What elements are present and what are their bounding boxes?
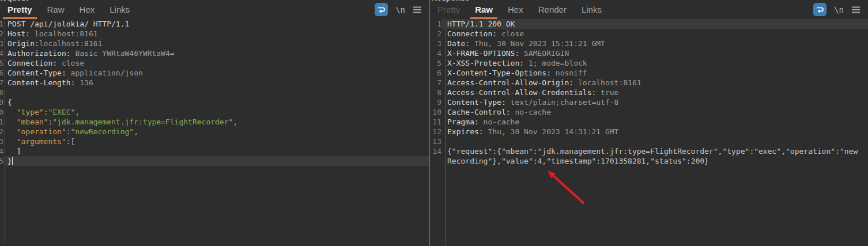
line-number: 7 — [430, 78, 441, 88]
code-line: 2Connection: close — [430, 29, 868, 39]
code-line: 11Pragma: no-cache — [430, 117, 868, 127]
menu-icon[interactable] — [851, 6, 861, 14]
code-line: 1HTTP/1.1 200 OK — [430, 19, 868, 29]
tab-hex[interactable]: Hex — [72, 0, 103, 19]
request-lines: 1POST /api/jolokia/ HTTP/1.12Host: local… — [0, 19, 429, 166]
response-toolbar: \n — [813, 3, 868, 16]
line-number: 2 — [430, 29, 441, 39]
code-line: 15} — [0, 156, 429, 166]
line-text: ] — [3, 146, 429, 156]
panel-divider[interactable] — [429, 0, 430, 246]
line-number: 10 — [430, 107, 441, 117]
menu-icon[interactable] — [413, 6, 422, 14]
code-line: 3Origin:localhost:8161 — [0, 39, 429, 48]
line-text: Cache-Control: no-cache — [441, 107, 868, 117]
tab-label: Pretty — [437, 5, 460, 14]
tab-label: Links — [582, 5, 602, 14]
tab-label: Pretty — [7, 5, 32, 14]
line-text: Content-Length: 136 — [3, 78, 429, 88]
code-line: 14{"request":{"mbean":"jdk.management.jf… — [430, 146, 868, 166]
word-wrap-toggle-icon[interactable] — [813, 3, 827, 16]
tab-raw[interactable]: Raw — [467, 0, 500, 19]
tab-links[interactable]: Links — [574, 0, 609, 19]
line-number: 14 — [430, 146, 441, 166]
code-line: 13 "arguments":[ — [0, 137, 429, 146]
line-number: 3 — [430, 39, 441, 48]
response-tabbar: PrettyRawHexRenderLinks \n — [430, 0, 868, 19]
line-text: {"request":{"mbean":"jdk.management.jfr:… — [441, 146, 860, 166]
code-line: 6X-Content-Type-Options: nosniff — [430, 68, 868, 78]
code-line: 8Access-Control-Allow-Credentials: true — [430, 88, 868, 97]
tab-pretty[interactable]: Pretty — [430, 0, 467, 19]
line-number: 9 — [430, 97, 441, 107]
line-number: 5 — [430, 58, 441, 68]
request-toolbar: \n — [375, 3, 429, 16]
line-text: Pragma: no-cache — [441, 117, 868, 127]
newline-toggle[interactable]: \n — [395, 5, 405, 14]
line-text — [441, 137, 868, 146]
line-text: Content-Type: text/plain;charset=utf-8 — [441, 97, 868, 107]
tab-pretty[interactable]: Pretty — [0, 0, 40, 19]
tab-label: Raw — [475, 5, 493, 14]
line-text: Access-Control-Allow-Credentials: true — [441, 88, 868, 97]
line-text: "type":"EXEC", — [3, 107, 429, 117]
line-text: Authorization: Basic YWRtaW46YWRtaW4= — [3, 48, 429, 58]
response-lines: 1HTTP/1.1 200 OK2Connection: close3Date:… — [430, 19, 868, 166]
tab-label: Links — [110, 5, 130, 14]
code-line: 5X-XSS-Protection: 1; mode=block — [430, 58, 868, 68]
response-panel: Response PrettyRawHexRenderLinks \n — [430, 0, 868, 246]
line-number: 8 — [430, 88, 441, 97]
line-number: 4 — [430, 48, 441, 58]
code-line: 10Cache-Control: no-cache — [430, 107, 868, 117]
code-line: 7Content-Length: 136 — [0, 78, 429, 88]
code-line: 9Content-Type: text/plain;charset=utf-8 — [430, 97, 868, 107]
code-line: 1POST /api/jolokia/ HTTP/1.1 — [0, 19, 429, 29]
code-line: 3Date: Thu, 30 Nov 2023 15:31:21 GMT — [430, 39, 868, 48]
line-text: Connection: close — [441, 29, 868, 39]
tab-label: Render — [538, 5, 567, 14]
word-wrap-toggle-icon[interactable] — [375, 3, 388, 16]
text-cursor — [12, 157, 13, 165]
tab-raw[interactable]: Raw — [40, 0, 72, 19]
line-text: "mbean":"jdk.management.jfr:type=FlightR… — [3, 117, 429, 127]
code-line: 5Connection: close — [0, 58, 429, 68]
code-line: 13 — [430, 137, 868, 146]
request-tabs: PrettyRawHexLinks — [0, 0, 137, 19]
line-text: Connection: close — [3, 58, 429, 68]
line-text: } — [3, 156, 429, 166]
request-panel-title: Request — [0, 0, 28, 2]
response-panel-title: Response — [431, 0, 470, 2]
line-text: Access-Control-Allow-Origin: localhost:8… — [441, 78, 868, 88]
tab-label: Hex — [80, 5, 95, 14]
line-number: 12 — [430, 127, 441, 137]
code-line: 14 ] — [0, 146, 429, 156]
code-line: 12 "operation":"newRecording", — [0, 127, 429, 137]
repeater-view: Request PrettyRawHexLinks \n — [0, 0, 868, 246]
line-number: 1 — [430, 19, 441, 29]
line-number: 13 — [430, 137, 441, 146]
request-tabbar: PrettyRawHexLinks \n — [0, 0, 429, 19]
code-line: 2Host: localhost:8161 — [0, 29, 429, 39]
newline-toggle[interactable]: \n — [834, 5, 844, 14]
code-line: 7Access-Control-Allow-Origin: localhost:… — [430, 78, 868, 88]
request-editor[interactable]: 1POST /api/jolokia/ HTTP/1.12Host: local… — [0, 19, 429, 246]
line-text: "arguments":[ — [3, 137, 429, 146]
tab-links[interactable]: Links — [102, 0, 137, 19]
response-editor[interactable]: 1HTTP/1.1 200 OK2Connection: close3Date:… — [430, 19, 868, 246]
code-line: 6Content-Type: application/json — [0, 68, 429, 78]
code-line: 12Expires: Thu, 30 Nov 2023 14:31:21 GMT — [430, 127, 868, 137]
code-line: 10 "type":"EXEC", — [0, 107, 429, 117]
line-text: { — [3, 97, 429, 107]
line-text: X-Content-Type-Options: nosniff — [441, 68, 868, 78]
code-line: 8 — [0, 88, 429, 97]
line-text: Date: Thu, 30 Nov 2023 15:31:21 GMT — [441, 39, 868, 48]
line-number: 11 — [430, 117, 441, 127]
code-line: 4X-FRAME-OPTIONS: SAMEORIGIN — [430, 48, 868, 58]
tab-label: Raw — [47, 5, 65, 14]
line-text: Content-Type: application/json — [3, 68, 429, 78]
tab-label: Hex — [508, 5, 523, 14]
code-line: 9{ — [0, 97, 429, 107]
code-line: 4Authorization: Basic YWRtaW46YWRtaW4= — [0, 48, 429, 58]
tab-render[interactable]: Render — [531, 0, 574, 19]
tab-hex[interactable]: Hex — [500, 0, 531, 19]
